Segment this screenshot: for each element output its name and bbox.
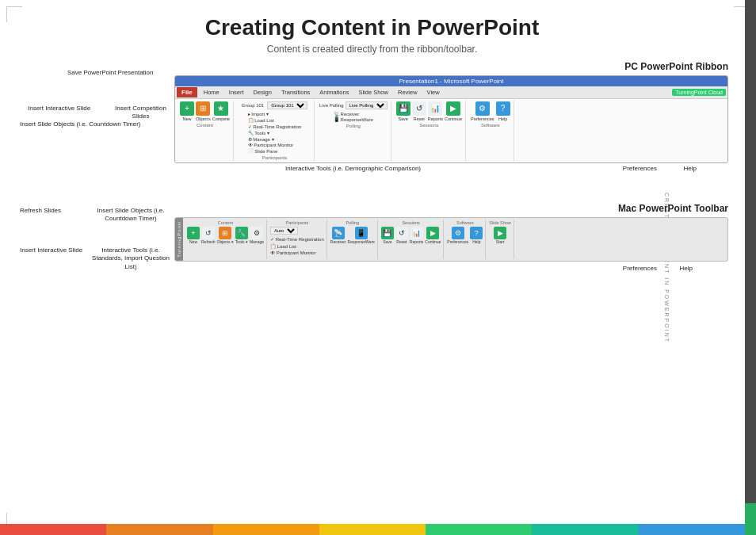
mac-preferences-btn[interactable]: ⚙ Preferences	[447, 227, 468, 244]
content-buttons: + New ⊞ Objects ★ Compete	[180, 101, 230, 121]
mac-refresh-icon: ↺	[202, 227, 215, 239]
mac-continue-icon: ▶	[426, 227, 439, 239]
ribbon-tab-design[interactable]: Design	[250, 88, 275, 97]
mac-auto-select[interactable]: Auto	[270, 227, 298, 235]
session-buttons: 💾 Save ↺ Reset 📊 Reports	[396, 101, 462, 121]
ribbon-body: + New ⊞ Objects ★ Compete	[175, 99, 727, 162]
help-label-pc: Help	[498, 117, 507, 121]
participant-monitor-btn[interactable]: 👁 Participant Monitor	[248, 143, 302, 147]
slide-pane-btn[interactable]: 📄 Slide Pane	[248, 148, 302, 154]
ribbon-tab-home[interactable]: Home	[200, 88, 223, 97]
pc-ribbon-container: PC PowerPoint Ribbon Presentation1 - Mic…	[174, 61, 728, 189]
mac-tools-btn[interactable]: 🔧 Tools ▾	[235, 227, 248, 244]
ribbon-title: Presentation1 - Microsoft PowerPoint	[399, 78, 503, 85]
help-icon-pc: ?	[496, 101, 510, 116]
mac-software-label: Software	[456, 220, 474, 225]
mac-load-list-btn[interactable]: 📋 Load List	[270, 243, 324, 249]
pc-left-annotations: Save PowerPoint Presentation Insert Inte…	[16, 61, 174, 189]
ann-refresh-slides: Refresh Slides	[20, 207, 61, 215]
mac-manage-btn[interactable]: ⚙ Manage	[250, 227, 264, 244]
mac-content-label: Content	[218, 220, 233, 225]
mac-receiver-label: Receiver	[330, 239, 346, 244]
sessions-group-label: Sessions	[419, 123, 438, 128]
mac-left-annotations: Refresh Slides Insert Slide Objects (i.e…	[16, 203, 174, 289]
mac-realtime-btn[interactable]: ✓ Real-Time Registration	[270, 236, 324, 242]
pc-below-annotations: Interactive Tools (i.e. Demographic Comp…	[174, 165, 728, 189]
ribbon-tab-review[interactable]: Review	[395, 88, 421, 97]
realtime-reg-btn[interactable]: ✓ Real-Time Registration	[248, 124, 302, 129]
ribbon-tab-slideshow[interactable]: Slide Show	[355, 88, 391, 97]
mac-continue-label: Continue	[425, 239, 441, 244]
ribbon-tab-insert[interactable]: Insert	[226, 88, 247, 97]
mac-responseware-icon: 📱	[355, 227, 368, 239]
mac-help-btn[interactable]: ? Help	[470, 227, 483, 244]
mac-objects-btn[interactable]: ⊞ Objects ▾	[217, 227, 234, 244]
mac-participant-monitor-btn[interactable]: 👁 Participant Monitor	[270, 250, 324, 255]
group-select[interactable]: Group 101	[267, 101, 307, 109]
ribbon-tab-file[interactable]: File	[177, 87, 197, 97]
load-list-btn[interactable]: 📋 Load List	[248, 117, 302, 123]
mac-save-btn[interactable]: 💾 Save	[381, 227, 394, 244]
mac-objects-label: Objects ▾	[217, 239, 234, 244]
mac-objects-icon: ⊞	[219, 227, 231, 239]
mac-polling-label: Polling	[346, 220, 360, 225]
new-label: New	[182, 117, 191, 121]
pc-ribbon-mockup: Presentation1 - Microsoft PowerPoint Fil…	[174, 75, 728, 163]
reset-icon: ↺	[412, 101, 426, 116]
mac-group-content: Content + New ↺ Refresh	[185, 220, 267, 259]
mac-reports-btn[interactable]: 📊 Reports	[410, 227, 424, 244]
preferences-btn-pc[interactable]: ⚙ Preferences	[471, 101, 494, 121]
mac-content-buttons: + New ↺ Refresh ⊞ Objects ▾	[187, 227, 264, 244]
receiver-btn-pc[interactable]: 📡 Receiver	[334, 111, 373, 117]
save-label: Save	[398, 117, 408, 121]
bottom-stripe	[0, 524, 745, 535]
continue-btn-pc[interactable]: ▶ Continue	[445, 101, 462, 121]
ann-insert-slide-objects-pc: Insert Slide Objects (i.e. Countdown Tim…	[20, 120, 141, 128]
mac-start-btn[interactable]: ▶ Start	[494, 227, 506, 244]
mac-receiver-btn[interactable]: 📡 Receiver	[330, 227, 346, 244]
help-btn-pc[interactable]: ? Help	[496, 101, 510, 121]
reset-btn-pc[interactable]: ↺ Reset	[412, 101, 426, 121]
tools-btn[interactable]: 🔧 Tools ▾	[248, 130, 302, 136]
import-btn[interactable]: ▸ Import ▾	[248, 111, 302, 117]
mac-new-btn[interactable]: + New	[187, 227, 200, 244]
group-dropdown-row: Group 101 Group 101	[242, 101, 307, 109]
ribbon-btn-objects[interactable]: ⊞ Objects	[196, 101, 211, 121]
ribbon-btn-compete[interactable]: ★ Compete	[212, 101, 230, 121]
manage-btn[interactable]: ⚙ Manage ▾	[248, 136, 302, 142]
compete-label: Compete	[212, 117, 230, 121]
polling-select[interactable]: Live Polling	[346, 101, 388, 109]
compete-icon: ★	[214, 101, 228, 116]
ribbon-tab-cloud[interactable]: TurningPoint Cloud	[672, 89, 726, 96]
mac-new-icon: +	[187, 227, 200, 239]
responseware-btn-pc[interactable]: 📱 ResponseWare	[334, 117, 373, 122]
preferences-icon-pc: ⚙	[475, 101, 490, 116]
save-btn-pc[interactable]: 💾 Save	[396, 101, 410, 121]
polling-dropdown-row: Live Polling Live Polling	[319, 101, 388, 109]
ribbon-tab-animations[interactable]: Animations	[316, 88, 352, 97]
mac-manage-icon: ⚙	[250, 227, 263, 239]
mac-side-label: TurningPoint	[175, 218, 183, 261]
ribbon-btn-new[interactable]: + New	[180, 101, 194, 121]
continue-icon: ▶	[446, 101, 460, 116]
reports-btn-pc[interactable]: 📊 Reports	[428, 101, 443, 121]
polling-buttons: 📡 Receiver 📱 ResponseWare	[334, 111, 373, 122]
software-buttons: ⚙ Preferences ? Help	[471, 101, 510, 121]
mac-group-sessions: Sessions 💾 Save ↺ Reset	[379, 220, 445, 259]
ribbon-group-software: ⚙ Preferences ? Help Software	[468, 101, 514, 161]
mac-continue-btn[interactable]: ▶ Continue	[425, 227, 441, 244]
mac-refresh-btn[interactable]: ↺ Refresh	[201, 227, 216, 244]
mac-preferences-icon: ⚙	[452, 227, 464, 239]
mac-reset-btn[interactable]: ↺ Reset	[395, 227, 408, 244]
mac-participants-label: Participants	[286, 220, 309, 225]
mac-below-annotations: Preferences Help	[174, 265, 728, 289]
mac-responseware-btn[interactable]: 📱 ResponseWare	[348, 227, 375, 244]
ribbon-tab-transitions[interactable]: Transitions	[278, 88, 313, 97]
mac-polling-buttons: 📡 Receiver 📱 ResponseWare	[330, 227, 375, 244]
mac-group-participants: Participants Auto ✓ Real-Time Registrati…	[268, 220, 327, 259]
ribbon-tab-view[interactable]: View	[424, 88, 443, 97]
mac-section: Refresh Slides Insert Slide Objects (i.e…	[16, 203, 728, 289]
ann-insert-competition-slides: Insert Competition Slides	[107, 105, 174, 121]
polling-group-label: Polling	[346, 124, 361, 128]
mac-receiver-icon: 📡	[332, 227, 345, 239]
